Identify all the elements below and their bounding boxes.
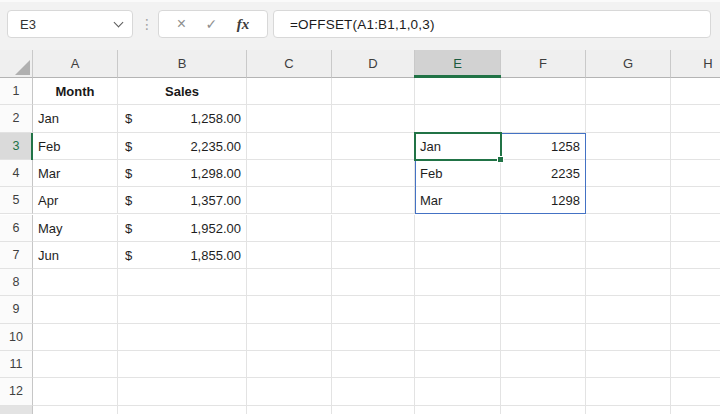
cell-G3[interactable] (586, 133, 671, 160)
cell-E7[interactable] (415, 242, 501, 269)
cell-D6[interactable] (332, 215, 415, 242)
cell-D10[interactable] (332, 324, 415, 351)
cell-B1[interactable]: Sales (118, 78, 247, 105)
cell-A10[interactable] (33, 324, 118, 351)
cell-E12[interactable] (415, 378, 501, 405)
cell-D2[interactable] (332, 105, 415, 132)
column-header-F[interactable]: F (501, 50, 586, 78)
cell-G11[interactable] (586, 351, 671, 378)
cell-C1[interactable] (247, 78, 332, 105)
row-header-3[interactable]: 3 (0, 133, 33, 160)
cell-E3[interactable]: Jan (415, 133, 501, 160)
formula-input[interactable]: =OFFSET(A1:B1,1,0,3) (273, 10, 711, 38)
row-header-9[interactable]: 9 (0, 296, 33, 323)
cell-H11[interactable] (671, 351, 720, 378)
cell-E11[interactable] (415, 351, 501, 378)
cell-G8[interactable] (586, 269, 671, 296)
cell-A6[interactable]: May (33, 215, 118, 242)
row-header-5[interactable]: 5 (0, 187, 33, 214)
cell-B5[interactable]: $1,357.00 (118, 187, 247, 214)
cell-F9[interactable] (501, 296, 586, 323)
cell-E6[interactable] (415, 215, 501, 242)
column-header-B[interactable]: B (118, 50, 247, 78)
cell-D11[interactable] (332, 351, 415, 378)
cell-A5[interactable]: Apr (33, 187, 118, 214)
cell-D13-partial[interactable] (332, 406, 415, 414)
cell-B9[interactable] (118, 296, 247, 323)
cell-G10[interactable] (586, 324, 671, 351)
cell-C3[interactable] (247, 133, 332, 160)
cell-C6[interactable] (247, 215, 332, 242)
cell-C9[interactable] (247, 296, 332, 323)
cell-C7[interactable] (247, 242, 332, 269)
cell-D9[interactable] (332, 296, 415, 323)
name-box[interactable]: E3 (7, 10, 133, 38)
cell-A12[interactable] (33, 378, 118, 405)
row-header-6[interactable]: 6 (0, 215, 33, 242)
cell-F11[interactable] (501, 351, 586, 378)
cell-C11[interactable] (247, 351, 332, 378)
cell-H2[interactable] (671, 105, 720, 132)
cell-G5[interactable] (586, 187, 671, 214)
cell-E4[interactable]: Feb (415, 160, 501, 187)
cell-D3[interactable] (332, 133, 415, 160)
cell-B3[interactable]: $2,235.00 (118, 133, 247, 160)
cell-C10[interactable] (247, 324, 332, 351)
cell-H4[interactable] (671, 160, 720, 187)
row-header-2[interactable]: 2 (0, 105, 33, 132)
row-header-1[interactable]: 1 (0, 78, 33, 105)
cell-D7[interactable] (332, 242, 415, 269)
cell-E10[interactable] (415, 324, 501, 351)
fill-handle[interactable] (497, 156, 504, 163)
cell-A13-partial[interactable] (33, 406, 118, 414)
row-header-4[interactable]: 4 (0, 160, 33, 187)
cell-A8[interactable] (33, 269, 118, 296)
cell-H12[interactable] (671, 378, 720, 405)
cell-H8[interactable] (671, 269, 720, 296)
cell-F7[interactable] (501, 242, 586, 269)
cell-B11[interactable] (118, 351, 247, 378)
cell-B12[interactable] (118, 378, 247, 405)
cell-F3[interactable]: 1258 (501, 133, 586, 160)
cell-B6[interactable]: $1,952.00 (118, 215, 247, 242)
row-header-8[interactable]: 8 (0, 269, 33, 296)
cell-E9[interactable] (415, 296, 501, 323)
row-header-10[interactable]: 10 (0, 324, 33, 351)
row-header-12[interactable]: 12 (0, 378, 33, 405)
cell-H10[interactable] (671, 324, 720, 351)
cell-B4[interactable]: $1,298.00 (118, 160, 247, 187)
cell-D12[interactable] (332, 378, 415, 405)
cell-F10[interactable] (501, 324, 586, 351)
cell-D8[interactable] (332, 269, 415, 296)
cell-D5[interactable] (332, 187, 415, 214)
cell-H1[interactable] (671, 78, 720, 105)
insert-function-icon[interactable]: fx (237, 16, 250, 33)
cell-G2[interactable] (586, 105, 671, 132)
cell-G4[interactable] (586, 160, 671, 187)
cell-C5[interactable] (247, 187, 332, 214)
row-header-7[interactable]: 7 (0, 242, 33, 269)
cell-H13-partial[interactable] (671, 406, 720, 414)
select-all-corner[interactable] (0, 50, 33, 78)
cell-F2[interactable] (501, 105, 586, 132)
cell-G6[interactable] (586, 215, 671, 242)
column-header-H[interactable]: H (671, 50, 720, 78)
cell-G13-partial[interactable] (586, 406, 671, 414)
cell-A9[interactable] (33, 296, 118, 323)
cell-H6[interactable] (671, 215, 720, 242)
cell-G9[interactable] (586, 296, 671, 323)
cell-H7[interactable] (671, 242, 720, 269)
column-header-G[interactable]: G (586, 50, 671, 78)
cell-A7[interactable]: Jun (33, 242, 118, 269)
cell-F13-partial[interactable] (501, 406, 586, 414)
cell-D1[interactable] (332, 78, 415, 105)
cell-A4[interactable]: Mar (33, 160, 118, 187)
column-header-E[interactable]: E (415, 50, 501, 78)
cell-B7[interactable]: $1,855.00 (118, 242, 247, 269)
cell-B10[interactable] (118, 324, 247, 351)
cell-F1[interactable] (501, 78, 586, 105)
chevron-down-icon[interactable] (114, 17, 124, 27)
cell-C4[interactable] (247, 160, 332, 187)
cancel-icon[interactable]: × (177, 15, 186, 33)
cell-E2[interactable] (415, 105, 501, 132)
